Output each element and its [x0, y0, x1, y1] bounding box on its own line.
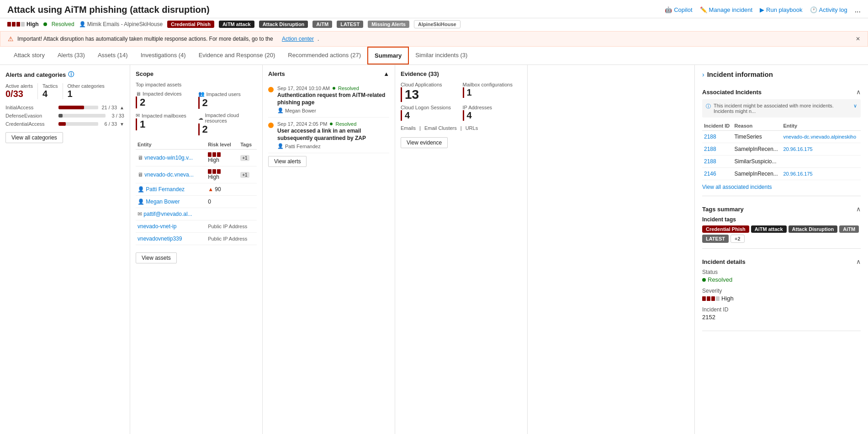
- severity-indicator: High: [7, 21, 39, 27]
- edit-icon: ✏️: [700, 6, 707, 13]
- right-panel: › Incident information Associated Incide…: [694, 65, 868, 434]
- entity-link[interactable]: vnevado-win10g.v...: [144, 155, 193, 161]
- device-icon: 🖥: [138, 155, 143, 161]
- tag-aitm: AiTM: [839, 225, 859, 233]
- sev-bar-1: [7, 22, 11, 27]
- action-center-link[interactable]: Action center: [282, 36, 314, 42]
- chevron-up-icon: ∧: [856, 258, 861, 265]
- associated-note: ⓘ This incident might be associated with…: [702, 99, 861, 118]
- entity-link[interactable]: vnevado-dc.vneva...: [144, 171, 193, 178]
- tag-missing-alerts: Missing Alerts: [368, 21, 409, 28]
- tags-summary-content: Incident tags Credential Phish AiTM atta…: [702, 216, 861, 248]
- incident-details-header[interactable]: Incident details ∧: [702, 254, 861, 269]
- tab-recommended-actions[interactable]: Recommended actions (27): [281, 47, 367, 64]
- scrollbar-up[interactable]: ▲: [383, 70, 389, 77]
- tab-evidence-response[interactable]: Evidence and Response (20): [192, 47, 282, 64]
- manage-incident-button[interactable]: ✏️ Manage incident: [700, 6, 752, 13]
- entity-value[interactable]: 20.96.16.175: [783, 171, 813, 177]
- device-icon: 🖥: [138, 171, 143, 178]
- impacted-mailboxes-stat: ✉ Impacted mailboxes 1: [136, 113, 195, 135]
- incident-id-link[interactable]: 2146: [704, 171, 716, 177]
- category-bar-credential-access: CredentialAccess 6 / 33 ▼: [5, 121, 124, 127]
- ip-link[interactable]: vnevado-vnet-ip: [138, 223, 176, 230]
- ip-link[interactable]: vnevadovnetip339: [138, 236, 182, 242]
- incident-id-header: Incident ID: [702, 121, 732, 131]
- risk-bars: [208, 169, 237, 174]
- table-row: vnevado-vnet-ip Public IP Address: [136, 220, 257, 233]
- users-icon: 👥: [198, 91, 205, 97]
- view-all-categories-button[interactable]: View all categories: [5, 132, 63, 143]
- tag-credential-phish: Credential Phish: [167, 21, 214, 28]
- tag-aitm-attack: AiTM attack: [751, 225, 787, 233]
- other-categories-stat: Other categories 1: [68, 83, 105, 99]
- sev-bar-2: [12, 22, 16, 27]
- tag-attack-disruption: Attack Disruption: [789, 225, 838, 233]
- list-item: Sep 17, 2024 2:05 PM Resolved User acces…: [268, 118, 389, 153]
- banner-close-button[interactable]: ✕: [856, 36, 860, 42]
- alerts-feed-title: Alerts ▲: [268, 70, 389, 77]
- entity-value[interactable]: 20.96.16.175: [783, 146, 813, 152]
- incident-id-link[interactable]: 2188: [704, 134, 716, 140]
- copilot-button[interactable]: 🤖 Copilot: [665, 6, 692, 13]
- alert-status-dot: [333, 87, 335, 90]
- status-text: Resolved: [52, 21, 74, 27]
- tab-summary[interactable]: Summary: [367, 47, 409, 64]
- alerts-categories-title: Alerts and categories ⓘ: [5, 70, 124, 79]
- run-playbook-button[interactable]: ▶ Run playbook: [760, 6, 803, 13]
- entity-link[interactable]: Patti Fernandez: [146, 186, 185, 193]
- tags-summary-header[interactable]: Tags summary ∧: [702, 202, 861, 216]
- category-bar-defense-evasion: DefenseEvasion 3 / 33: [5, 113, 124, 118]
- mail-icon: ✉: [138, 211, 142, 217]
- incidents-table: Incident ID Reason Entity 2188 TimeSerie…: [702, 121, 861, 180]
- user-icon: 👤: [138, 198, 144, 205]
- incident-id-link[interactable]: 2188: [704, 146, 716, 152]
- evidence-title: Evidence (33): [401, 70, 522, 77]
- user-icon: 👤: [79, 21, 86, 27]
- chevron-down-icon: ∨: [853, 103, 857, 109]
- tab-similar-incidents[interactable]: Similar incidents (3): [409, 47, 474, 64]
- entity-link[interactable]: pattif@vnevado.al...: [143, 211, 192, 217]
- header-actions: 🤖 Copilot ✏️ Manage incident ▶ Run playb…: [665, 6, 861, 14]
- tag-aitm-attack: AiTM attack: [219, 21, 254, 28]
- table-row: ✉ pattif@vnevado.al...: [136, 208, 257, 220]
- alerts-feed-panel: Alerts ▲ Sep 17, 2024 10:10 AM Resolved …: [263, 65, 395, 434]
- collapse-chevron[interactable]: ›: [702, 71, 704, 78]
- incident-id-detail: Incident ID 2152: [702, 306, 861, 321]
- scope-title: Scope: [136, 70, 257, 77]
- activity-log-button[interactable]: 🕐 Activity log: [810, 6, 847, 13]
- more-options-button[interactable]: ...: [855, 6, 861, 14]
- tab-investigations[interactable]: Investigations (4): [134, 47, 192, 64]
- sev-bar-4: [21, 22, 25, 27]
- alert-banner: ⚠ Important! Attack disruption has autom…: [0, 31, 868, 47]
- view-evidence-button[interactable]: View evidence: [401, 137, 448, 148]
- view-alerts-button[interactable]: View alerts: [268, 156, 307, 167]
- cloud-icon: ☁: [198, 115, 203, 121]
- incident-id-link[interactable]: 2188: [704, 158, 716, 165]
- alert-severity-dot: [268, 87, 274, 92]
- tag-org: AlpineSkiHouse: [414, 20, 460, 28]
- alert-meta: Sep 17, 2024 10:10 AM Resolved: [277, 86, 389, 91]
- tab-alerts[interactable]: Alerts (33): [51, 47, 91, 64]
- view-assets-button[interactable]: View assets: [136, 252, 177, 263]
- tag-credential-phish: Credential Phish: [702, 225, 749, 233]
- entity-value[interactable]: vnevado-dc.vnevado.alpineskiho: [783, 134, 857, 139]
- table-row: 🖥 vnevado-win10g.v... High +1: [136, 150, 257, 166]
- sev-bar-3: [16, 22, 20, 27]
- table-row: 2188 SimilarSuspicio...: [702, 155, 861, 168]
- tab-assets[interactable]: Assets (14): [91, 47, 134, 64]
- warning-icon: ⚠: [8, 35, 14, 43]
- page-header: Attack using AiTM phishing (attack disru…: [0, 0, 868, 18]
- content-spacer: [528, 65, 694, 434]
- associated-incidents-content: ⓘ This incident might be associated with…: [702, 99, 861, 190]
- chevron-up-icon: ∧: [856, 88, 861, 96]
- associated-incidents-header[interactable]: Associated Incidents ∧: [702, 85, 861, 99]
- mailbox-icon: ✉: [136, 113, 140, 118]
- tab-attack-story[interactable]: Attack story: [7, 47, 51, 64]
- device-icon: 🖥: [136, 91, 141, 96]
- view-all-incidents-link[interactable]: View all associated incidents: [702, 184, 861, 190]
- entity-link[interactable]: Megan Bower: [146, 198, 180, 205]
- active-alerts-stat: Active alerts 0/33: [5, 83, 33, 99]
- entity-col-header: Entity: [136, 140, 206, 150]
- incident-title: Attack using AiTM phishing (attack disru…: [7, 5, 210, 15]
- impacted-users-stat: 👥 Impacted users 2: [198, 91, 257, 109]
